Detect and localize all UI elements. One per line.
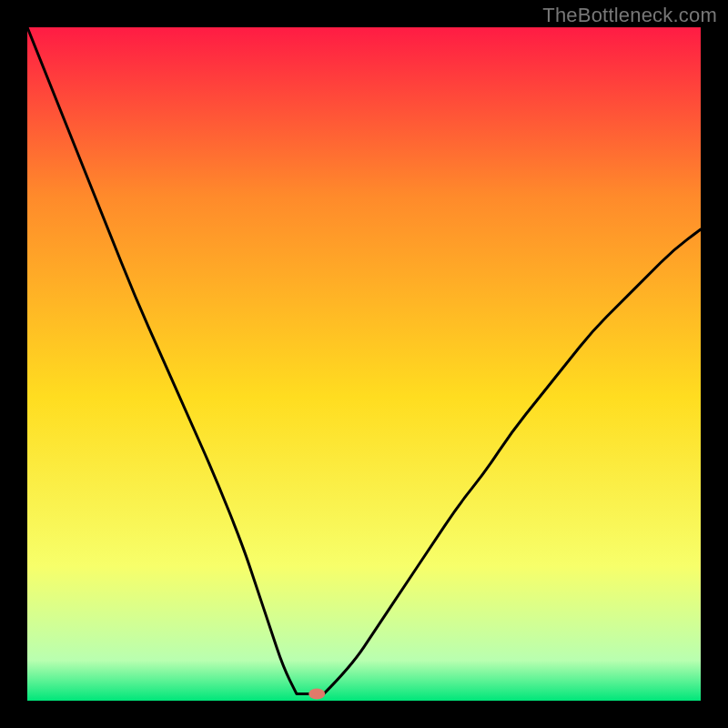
optimal-point-marker xyxy=(308,689,325,700)
bottleneck-chart xyxy=(27,27,701,701)
chart-frame: TheBottleneck.com xyxy=(0,0,728,728)
gradient-background xyxy=(27,27,701,701)
watermark-text: TheBottleneck.com xyxy=(542,4,717,27)
